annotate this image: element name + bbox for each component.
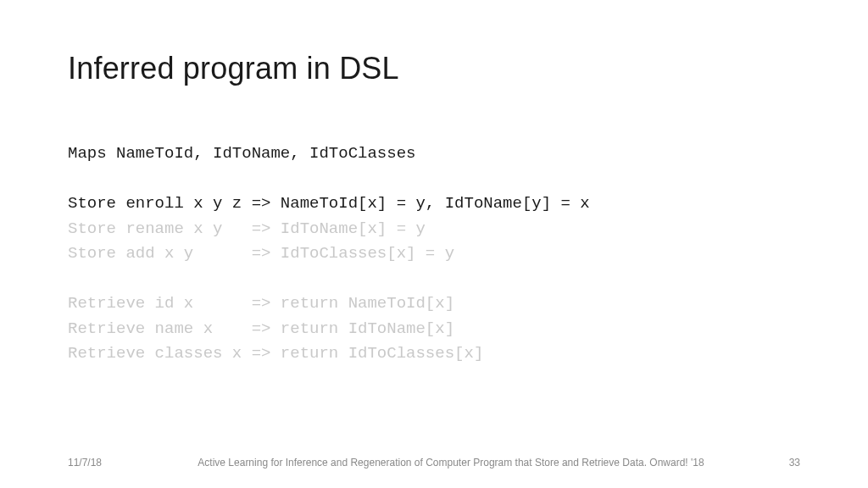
code-line-add: Store add x y => IdToClasses[x] = y [68,244,454,263]
code-line-enroll: Store enroll x y z => NameToId[x] = y, I… [68,194,590,213]
footer-date: 11/7/18 [68,457,136,469]
code-line-maps: Maps NameToId, IdToName, IdToClasses [68,144,415,163]
code-line-rename: Store rename x y => IdToName[x] = y [68,219,426,238]
code-line-retrieve-name: Retrieve name x => return IdToName[x] [68,319,454,338]
slide-footer: 11/7/18 Active Learning for Inference an… [68,456,800,469]
slide-title: Inferred program in DSL [68,51,800,86]
footer-caption: Active Learning for Inference and Regene… [136,456,766,469]
footer-page-number: 33 [766,457,800,469]
code-line-retrieve-classes: Retrieve classes x => return IdToClasses… [68,344,483,363]
code-line-retrieve-id: Retrieve id x => return NameToId[x] [68,294,454,313]
code-block: Maps NameToId, IdToName, IdToClasses Sto… [68,117,800,391]
slide: Inferred program in DSL Maps NameToId, I… [0,0,868,488]
